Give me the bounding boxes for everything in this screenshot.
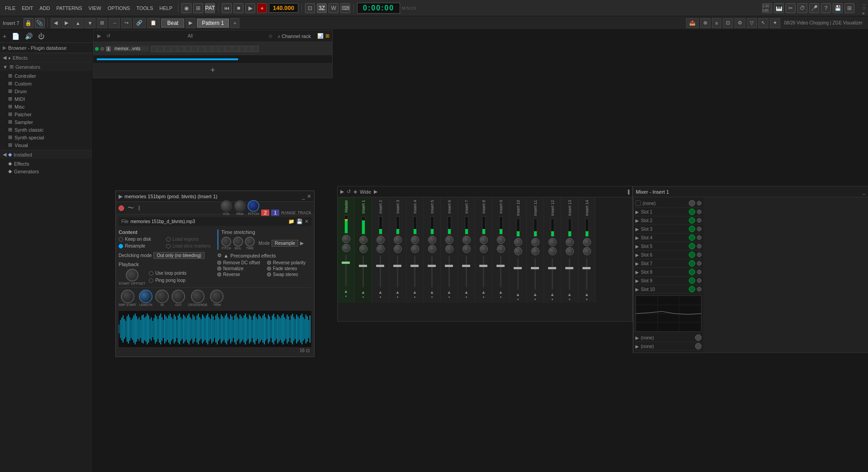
insert9-fader-handle[interactable] — [496, 265, 505, 267]
cr-step-16[interactable] — [253, 46, 259, 52]
slot-10-row[interactable]: ▶ Slot 10 — [635, 285, 701, 294]
sidebar-cat-effects-top[interactable]: ◀ ♦ Effects — [0, 53, 92, 62]
cr-step-10[interactable] — [212, 46, 218, 52]
slot-8-btn[interactable] — [689, 269, 695, 275]
insert10-knob-2[interactable] — [514, 247, 522, 255]
help-btn[interactable]: ? — [821, 3, 831, 13]
insert8-knob-1[interactable] — [480, 236, 488, 244]
nav-down[interactable]: ▼ — [85, 18, 96, 28]
file-close-btn[interactable]: ✕ — [305, 219, 309, 224]
insert8-knob-2[interactable] — [480, 245, 488, 253]
cr-step-15[interactable] — [246, 46, 252, 52]
slot-7-btn[interactable] — [689, 260, 695, 267]
slot-1-power[interactable] — [697, 210, 701, 214]
slot-none-top[interactable]: (none) — [635, 199, 701, 208]
insert1-knob-2[interactable] — [359, 245, 367, 253]
mixer-minimize-btn[interactable]: _ — [863, 189, 865, 195]
cr-undo-btn[interactable]: ↺ — [105, 33, 112, 39]
insert6-send-up[interactable]: ▲ — [447, 290, 452, 295]
in-knob[interactable] — [155, 290, 169, 303]
insert3-send-up[interactable]: ▲ — [396, 290, 400, 295]
slot-4-power[interactable] — [697, 235, 701, 240]
insert4-knob-1[interactable] — [411, 236, 419, 244]
cr-step-7[interactable] — [191, 46, 198, 52]
insert4-knob-2[interactable] — [411, 245, 419, 253]
wave-icon[interactable]: 〜 — [128, 204, 134, 212]
time-knob[interactable] — [245, 237, 255, 247]
link-btn[interactable]: 📎 — [35, 18, 45, 28]
insert3-knob-1[interactable] — [394, 236, 402, 244]
trim-knob[interactable] — [210, 290, 224, 303]
insert12-knob-2[interactable] — [548, 247, 557, 255]
sidebar-item-inst-generators[interactable]: ◆ Generators — [0, 167, 92, 175]
bpm-display[interactable]: 140.000 — [269, 3, 298, 13]
slot-none-b2-btn[interactable] — [695, 343, 701, 349]
insert11-send-dot[interactable]: • — [534, 297, 536, 302]
tb-icon-2[interactable]: → — [109, 18, 120, 28]
start-offset-knob[interactable] — [126, 269, 138, 281]
slot-8-power[interactable] — [697, 270, 701, 274]
precomp-reverse-polarity[interactable]: Reverse polarity — [267, 260, 311, 265]
length-knob[interactable] — [139, 290, 153, 303]
metronome-button[interactable]: ◉ — [181, 3, 191, 13]
insert14-fader-area[interactable] — [578, 256, 595, 292]
mode-val[interactable]: Resample — [272, 240, 298, 247]
menu-patterns[interactable]: PATTERNS — [54, 5, 85, 12]
master-send-up[interactable]: ▲ — [344, 289, 348, 294]
insert14-fader-handle[interactable] — [582, 267, 591, 269]
slot-none-b1-btn[interactable] — [695, 334, 701, 341]
radio-load-regions[interactable]: Load regions — [166, 237, 213, 242]
pitch-stretch-knob[interactable] — [221, 237, 231, 247]
slot-none-bottom2[interactable]: ▶ (none) — [635, 342, 701, 351]
slot-9-row[interactable]: ▶ Slot 9 — [635, 277, 701, 285]
mic-btn[interactable]: 🎤 — [809, 3, 819, 13]
insert14-knob-2[interactable] — [583, 247, 591, 255]
insert9-send-dot[interactable]: • — [500, 295, 502, 300]
magic-btn[interactable]: ✦ — [770, 18, 780, 28]
insert13-send-up[interactable]: ▲ — [568, 292, 572, 297]
insert14-knob-1[interactable] — [583, 238, 591, 246]
cr-prev-btn[interactable]: ▶ — [96, 33, 102, 39]
slot-2-btn[interactable] — [689, 217, 695, 224]
arrange-btn[interactable]: ≡ — [712, 18, 721, 28]
insert2-knob-1[interactable] — [377, 236, 385, 244]
menu-tools[interactable]: TOOLS — [134, 5, 155, 12]
precomp-normalize[interactable]: Normalize — [217, 266, 262, 271]
insert14-send-dot[interactable]: • — [586, 297, 588, 302]
cr-settings-icon[interactable]: ⊞ — [325, 33, 329, 39]
master-fader-area[interactable] — [338, 253, 354, 289]
sampler-minimize-btn[interactable]: _ — [302, 193, 305, 200]
slot-1-row[interactable]: ▶ Slot 1 — [635, 208, 701, 216]
insert8-send-up[interactable]: ▲ — [482, 290, 486, 295]
radio-load-slice[interactable]: Load slice markers — [166, 243, 213, 248]
insert3-knob-2[interactable] — [394, 245, 402, 253]
insert2-send-up[interactable]: ▲ — [378, 290, 383, 295]
cr-step-11[interactable] — [219, 46, 225, 52]
precomp-reverse[interactable]: Reverse — [217, 272, 262, 277]
slot-2-row[interactable]: ▶ Slot 2 — [635, 216, 701, 225]
radio-ping-pong[interactable]: Ping pong loop — [149, 278, 186, 283]
slot-6-power[interactable] — [697, 253, 701, 257]
insert7-send-dot[interactable]: • — [466, 295, 467, 300]
insert1-send-down[interactable]: • — [362, 295, 364, 300]
wide-prev-btn[interactable]: ▶ — [340, 189, 344, 195]
insert4-fader-handle[interactable] — [410, 265, 419, 267]
master-knob-2[interactable] — [342, 244, 350, 252]
cut-btn[interactable]: ✂ — [786, 3, 796, 13]
cr-step-1[interactable] — [151, 46, 157, 52]
slot-3-power[interactable] — [697, 227, 701, 231]
insert9-knob-2[interactable] — [497, 245, 505, 253]
save-btn[interactable]: 💾 — [833, 3, 843, 13]
sidebar-item-synth-special[interactable]: ⊞ Synth special — [0, 133, 92, 141]
sidebar-item-synth-classic[interactable]: ⊞ Synth classic — [0, 126, 92, 133]
insert12-fader-area[interactable] — [544, 256, 561, 292]
insert13-knob-2[interactable] — [566, 247, 574, 255]
insert11-fader-area[interactable] — [527, 256, 544, 292]
insert7-fader-handle[interactable] — [462, 265, 470, 267]
insert5-send-dot[interactable]: • — [431, 295, 433, 300]
insert10-fader-area[interactable] — [510, 256, 526, 292]
menu-help[interactable]: HELP — [157, 5, 175, 12]
menu-edit[interactable]: EDIT — [19, 5, 35, 12]
slot-9-btn[interactable] — [689, 277, 695, 284]
smp-start-knob[interactable] — [121, 290, 134, 303]
